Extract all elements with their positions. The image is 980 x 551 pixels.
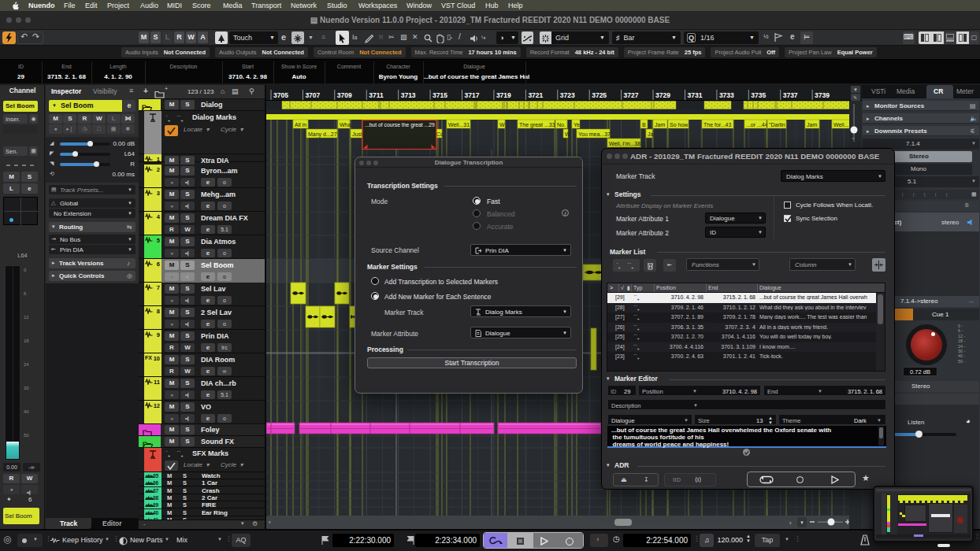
svg-text:3735: 3735 (751, 91, 766, 99)
svg-text:3713: 3713 (401, 91, 416, 99)
svg-text:3719: 3719 (496, 91, 511, 99)
svg-text:Ja: Ja (648, 131, 654, 137)
svg-text:The great ...33: The great ...33 (519, 122, 555, 128)
svg-text:Well, I'm...38: Well, I'm...38 (609, 141, 640, 146)
svg-text:Ye: Ye (574, 122, 580, 128)
svg-text:W: W (499, 122, 505, 128)
svg-text:So how: So how (670, 122, 689, 128)
svg-text:‹: ‹ (269, 519, 271, 526)
svg-text:Cc: Cc (436, 131, 444, 137)
svg-text:3733: 3733 (719, 91, 734, 99)
svg-text:3717: 3717 (465, 91, 480, 99)
svg-text:3707: 3707 (305, 91, 320, 99)
svg-text:3737: 3737 (783, 91, 798, 99)
svg-text:Many d...27: Many d...27 (308, 131, 337, 138)
svg-text:Just: Just (352, 131, 362, 137)
svg-text:...but of course the great ...: ...but of course the great ...29 (365, 122, 435, 128)
svg-text:You mea...37: You mea...37 (578, 131, 611, 137)
svg-text:▼: ▼ (800, 520, 804, 525)
svg-text:3729: 3729 (655, 91, 670, 99)
svg-text:W: W (565, 131, 570, 137)
svg-text:...or ...44: ...or ...44 (746, 122, 768, 128)
svg-text:3731: 3731 (688, 91, 703, 99)
svg-text:3727: 3727 (624, 91, 639, 99)
svg-text:›: › (789, 520, 792, 527)
svg-text:✎: ✎ (853, 95, 857, 100)
svg-text:3715: 3715 (432, 91, 447, 99)
svg-text:Jam: Jam (807, 122, 817, 128)
svg-text:Wha: Wha (340, 122, 351, 128)
svg-text:All in: All in (295, 122, 306, 128)
svg-text:Well...: Well... (833, 122, 848, 128)
svg-text:3705: 3705 (273, 91, 288, 99)
svg-text:"Darlin: "Darlin (769, 122, 785, 128)
svg-text:3721: 3721 (528, 91, 543, 99)
svg-text:▼: ▼ (853, 87, 858, 92)
svg-text:Jam: Jam (655, 122, 665, 128)
svg-text:3739: 3739 (815, 91, 830, 99)
svg-text:The for...43: The for...43 (703, 122, 732, 128)
svg-text:No.: No. (557, 122, 566, 128)
svg-text:Well...31: Well...31 (448, 122, 470, 128)
svg-text:3723: 3723 (560, 91, 575, 99)
svg-text:3711: 3711 (369, 91, 384, 99)
svg-text:B: B (642, 122, 646, 128)
svg-text:3709: 3709 (337, 91, 352, 99)
svg-text:3725: 3725 (592, 91, 607, 99)
svg-text:⌃: ⌃ (851, 137, 856, 142)
